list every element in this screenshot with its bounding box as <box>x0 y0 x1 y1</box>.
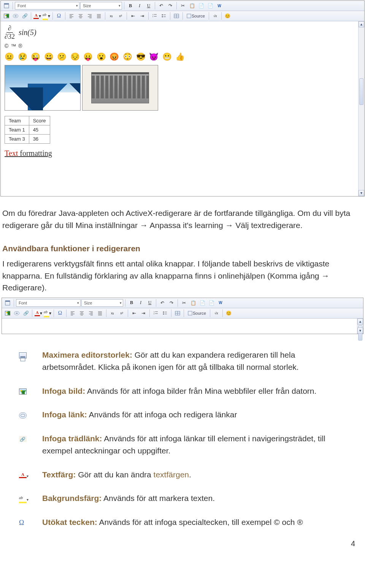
align-right-button[interactable] <box>87 309 95 317</box>
numbered-list-button[interactable]: 12 <box>151 12 159 20</box>
indent-button[interactable]: ⇥ <box>139 309 148 317</box>
insert-link-button[interactable] <box>13 309 21 317</box>
arrow-icon: → <box>321 271 329 280</box>
scroll-up-button[interactable]: ▲ <box>357 319 363 325</box>
toolbar-separator <box>31 12 31 20</box>
align-justify-button[interactable] <box>96 309 104 317</box>
toolbar-row-1b: Font Size B I U ↶ ↷ ✂ 📋 📄 📄 W <box>2 298 363 308</box>
paste-word-button[interactable]: W <box>215 2 224 10</box>
superscript-button[interactable]: x² <box>117 309 126 317</box>
table-row: Team 1 45 <box>5 125 50 135</box>
table-header: Score <box>29 116 50 125</box>
toolbar-separator <box>221 12 222 20</box>
underline-button[interactable]: U <box>144 2 153 10</box>
size-select[interactable]: Size <box>81 299 123 307</box>
bg-color-button[interactable]: ab▾ <box>42 12 51 20</box>
align-center-button[interactable] <box>76 12 85 20</box>
toolbar-separator <box>124 2 124 10</box>
align-justify-button[interactable] <box>95 12 103 20</box>
bullet-list-button[interactable] <box>160 12 168 20</box>
paste-word-button[interactable]: W <box>216 299 225 307</box>
insert-treelink-button[interactable]: 🔗 <box>22 309 30 317</box>
scroll-up-button[interactable]: ▲ <box>359 21 364 27</box>
align-center-button[interactable] <box>78 309 86 317</box>
bold-button[interactable]: B <box>127 299 136 307</box>
table-button[interactable] <box>172 12 181 20</box>
image-building <box>82 65 158 111</box>
insert-link-button[interactable] <box>11 12 20 20</box>
underline-button[interactable]: U <box>146 299 154 307</box>
cut-button[interactable]: ✂ <box>180 299 188 307</box>
section-heading: Användbara funktioner i redigeraren <box>2 244 363 253</box>
svg-rect-61 <box>21 357 25 358</box>
redo-button[interactable]: ↷ <box>166 2 175 10</box>
description-row: Infoga trädlänk: Används för att infoga … <box>0 432 365 458</box>
special-char-button[interactable]: Ω <box>56 309 64 317</box>
svg-rect-29 <box>187 14 191 18</box>
text-color-button[interactable]: A▾ <box>33 12 41 20</box>
table-button[interactable] <box>173 309 182 317</box>
scroll-thumb[interactable] <box>359 78 363 105</box>
source-button[interactable]: Source <box>186 309 208 317</box>
bullet-list-button[interactable] <box>161 309 169 317</box>
description-row: Infoga bild: Används för att infoga bild… <box>0 385 365 398</box>
align-right-button[interactable] <box>86 12 94 20</box>
scroll-down-button[interactable]: ▼ <box>357 328 363 334</box>
svg-point-23 <box>162 16 163 17</box>
italic-button[interactable]: I <box>135 2 144 10</box>
paste-button[interactable]: 📄 <box>198 299 206 307</box>
page-number: 4 <box>351 539 355 548</box>
cut-button[interactable]: ✂ <box>179 2 187 10</box>
toolbar-row-2: 🔗 A▾ ab▾ Ω x₂ x² ⇤ ⇥ 12 <box>1 11 364 21</box>
undo-button[interactable]: ↶ <box>158 299 167 307</box>
undo-button[interactable]: ↶ <box>157 2 165 10</box>
special-char-button[interactable]: Ω <box>55 12 63 20</box>
paste-text-button[interactable]: 📄 <box>206 2 214 10</box>
scrollbar[interactable]: ▲ ▼ <box>358 21 364 196</box>
editor-content-area-2[interactable]: ▲ ▼ <box>2 319 363 334</box>
align-left-button[interactable] <box>67 12 76 20</box>
svg-rect-59 <box>188 311 192 315</box>
source-button[interactable]: Source <box>185 12 207 20</box>
emoji-button[interactable]: 😊 <box>225 309 233 317</box>
paste-button[interactable]: 📄 <box>197 2 205 10</box>
maximize-icon[interactable] <box>3 299 12 307</box>
scroll-down-button[interactable]: ▼ <box>359 190 364 196</box>
insert-image-button[interactable] <box>2 12 11 20</box>
size-select[interactable]: Size <box>80 2 122 10</box>
italic-button[interactable]: I <box>136 299 145 307</box>
align-left-button[interactable] <box>68 309 77 317</box>
superscript-button[interactable]: x² <box>116 12 125 20</box>
indent-button[interactable]: ⇥ <box>138 12 146 20</box>
outdent-button[interactable]: ⇤ <box>130 309 138 317</box>
math-expression: ∂ ∂32 sin(5) <box>5 24 36 41</box>
image-mountains <box>5 65 81 111</box>
toolbar-row-2b: 🔗 A▾ ab▾ Ω x₂ x² ⇤ ⇥ 12 Source √x 😊 <box>2 308 363 319</box>
subscript-button[interactable]: x₂ <box>108 309 117 317</box>
maximize-icon <box>19 352 27 358</box>
scrollbar[interactable]: ▲ ▼ <box>357 319 363 334</box>
image-icon <box>19 388 27 395</box>
insert-image-button[interactable] <box>3 309 12 317</box>
copy-button[interactable]: 📋 <box>188 2 196 10</box>
outdent-button[interactable]: ⇤ <box>129 12 137 20</box>
text-color-button[interactable]: A▾ <box>34 309 43 317</box>
table-header: Team <box>5 116 29 125</box>
bg-color-button[interactable]: ab▾ <box>43 309 52 317</box>
formula-button[interactable]: √x <box>212 309 221 317</box>
subscript-button[interactable]: x₂ <box>107 12 116 20</box>
insert-treelink-button[interactable]: 🔗 <box>21 12 29 20</box>
bold-button[interactable]: B <box>126 2 135 10</box>
maximize-icon[interactable] <box>2 2 11 10</box>
redo-button[interactable]: ↷ <box>167 299 176 307</box>
font-select[interactable]: Font <box>16 299 81 307</box>
emoji-button[interactable]: 😊 <box>224 12 232 20</box>
editor-content-area[interactable]: ∂ ∂32 sin(5) ©™® 😐 😢 😜 😀 😕 😔 😛 😮 😡 😳 😎 😈… <box>1 21 364 196</box>
paste-text-button[interactable]: 📄 <box>207 299 216 307</box>
formula-button[interactable]: √x <box>211 12 219 20</box>
font-select[interactable]: Font <box>15 2 79 10</box>
svg-point-22 <box>162 14 163 16</box>
toolbar-separator <box>105 12 105 20</box>
copy-button[interactable]: 📋 <box>189 299 197 307</box>
numbered-list-button[interactable]: 12 <box>152 309 160 317</box>
